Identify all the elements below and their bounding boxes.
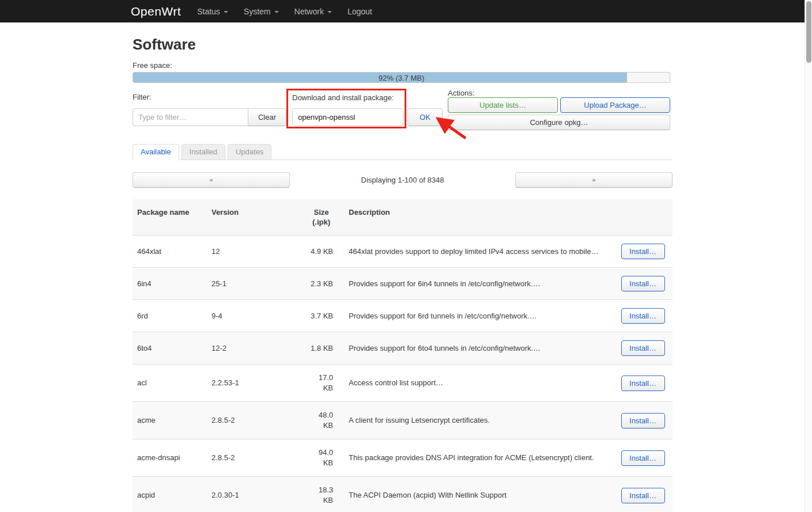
package-version: 25-1 — [207, 268, 305, 300]
package-version: 9-4 — [207, 300, 305, 332]
package-version: 2.8.5-2 — [207, 402, 305, 439]
nav-item-status[interactable]: Status — [197, 7, 228, 16]
package-version: 2.0.30-1 — [207, 477, 305, 512]
tab-updates[interactable]: Updates — [228, 144, 271, 160]
update-lists-button[interactable]: Update lists… — [448, 97, 558, 113]
chevron-down-icon — [224, 11, 228, 13]
package-size: 4.9 KB — [305, 236, 338, 268]
package-name: acpid — [133, 477, 207, 512]
table-row: acpid 2.0.30-1 18.3 KB The ACPI Daemon (… — [133, 477, 673, 512]
nav-item-logout[interactable]: Logout — [348, 7, 372, 16]
package-size: 17.0 KB — [305, 365, 338, 402]
header-description: Description — [338, 199, 618, 236]
install-button[interactable]: Install… — [621, 376, 665, 391]
package-name: acme — [133, 402, 207, 439]
pager: « Displaying 1-100 of 8348 » — [133, 172, 673, 188]
free-space-value: 92% (3.7 MB) — [133, 74, 670, 82]
package-description: Provides support for 6rd tunnels in /etc… — [338, 300, 618, 332]
download-package-input[interactable] — [292, 108, 403, 126]
table-row: acme 2.8.5-2 48.0 KB A client for issuin… — [133, 402, 673, 439]
nav-item-network[interactable]: Network — [294, 7, 332, 16]
header-size: Size(.ipk) — [305, 199, 338, 236]
table-row: acme-dnsapi 2.8.5-2 94.0 KB This package… — [133, 439, 673, 477]
table-row: 6to4 12-2 1.8 KB Provides support for 6t… — [133, 332, 673, 365]
package-name: acl — [133, 365, 207, 402]
package-tabs: Available Installed Updates — [133, 144, 673, 160]
package-version: 2.2.53-1 — [207, 365, 305, 402]
install-button[interactable]: Install… — [621, 308, 665, 324]
package-size: 2.3 KB — [305, 268, 338, 300]
package-version: 2.8.5-2 — [207, 439, 305, 477]
table-row: acl 2.2.53-1 17.0 KB Access control list… — [133, 365, 673, 402]
table-row: 6rd 9-4 3.7 KB Provides support for 6rd … — [133, 300, 673, 332]
tab-available[interactable]: Available — [133, 144, 179, 160]
nav-menu: Status System Network Logout — [197, 7, 388, 16]
package-description: Access control list support… — [338, 365, 618, 402]
free-space-progress-bar: 92% (3.7 MB) — [133, 72, 670, 83]
package-size: 94.0 KB — [305, 439, 338, 477]
actions-buttons: Update lists… Upload Package… — [448, 97, 670, 113]
chevron-down-icon — [274, 11, 279, 13]
page-title: Software — [133, 35, 673, 54]
install-button[interactable]: Install… — [621, 413, 665, 428]
filter-input[interactable] — [133, 108, 248, 126]
pager-status: Displaying 1-100 of 8348 — [361, 176, 444, 184]
package-name: acme-dnsapi — [133, 439, 207, 477]
package-table-body: 464xlat 12 4.9 KB 464xlat provides suppo… — [133, 236, 673, 512]
install-button[interactable]: Install… — [621, 450, 665, 466]
filter-group: Clear — [133, 108, 286, 126]
configure-opkg-button[interactable]: Configure opkg… — [448, 115, 670, 130]
controls-row: Filter: Clear Download and install packa… — [133, 85, 673, 143]
package-size: 48.0 KB — [305, 402, 338, 439]
package-description: A client for issuing Letsencrypt certifi… — [338, 402, 618, 439]
table-header-row: Package name Version Size(.ipk) Descript… — [133, 199, 673, 236]
package-version: 12-2 — [207, 332, 305, 365]
actions-label: Actions: — [448, 89, 474, 97]
software-page: OpenWrt Status System Network Logout Sof… — [0, 0, 812, 512]
table-row: 464xlat 12 4.9 KB 464xlat provides suppo… — [133, 236, 673, 268]
download-package-label: Download and install package: — [292, 93, 394, 102]
ok-button[interactable]: OK — [407, 108, 443, 126]
nav-item-system[interactable]: System — [244, 7, 279, 16]
package-table: Package name Version Size(.ipk) Descript… — [133, 199, 673, 512]
openwrt-logo[interactable]: OpenWrt — [131, 5, 181, 18]
free-space-label: Free space: — [133, 61, 673, 70]
header-actions — [618, 199, 673, 236]
package-name: 6to4 — [133, 332, 207, 365]
package-size: 1.8 KB — [305, 332, 338, 365]
package-version: 12 — [207, 236, 305, 268]
header-package-name: Package name — [133, 199, 207, 236]
clear-filter-button[interactable]: Clear — [248, 108, 286, 126]
install-button[interactable]: Install… — [621, 244, 665, 259]
package-name: 6in4 — [133, 268, 207, 300]
page-scrollbar — [805, 0, 812, 512]
scrollbar-thumb[interactable] — [806, 1, 811, 63]
upload-package-button[interactable]: Upload Package… — [560, 97, 670, 113]
prev-page-button[interactable]: « — [133, 172, 290, 188]
content-container: Software Free space: 92% (3.7 MB) Filter… — [133, 22, 673, 512]
header-version: Version — [207, 199, 305, 236]
package-description: This package provides DNS API integratio… — [338, 439, 618, 477]
table-row: 6in4 25-1 2.3 KB Provides support for 6i… — [133, 268, 673, 300]
package-description: Provides support for 6to4 tunnels in /et… — [338, 332, 618, 365]
install-button[interactable]: Install… — [621, 340, 665, 356]
filter-label: Filter: — [133, 93, 152, 101]
package-name: 6rd — [133, 300, 207, 332]
install-button[interactable]: Install… — [621, 488, 665, 503]
package-size: 3.7 KB — [305, 300, 338, 332]
next-page-button[interactable]: » — [515, 172, 673, 188]
package-description: The ACPI Daemon (acpid) With Netlink Sup… — [338, 477, 618, 512]
package-name: 464xlat — [133, 236, 207, 268]
tab-installed[interactable]: Installed — [182, 144, 225, 160]
top-navbar: OpenWrt Status System Network Logout — [0, 0, 805, 22]
package-size: 18.3 KB — [305, 477, 338, 512]
package-description: Provides support for 6in4 tunnels in /et… — [338, 268, 618, 300]
chevron-down-icon — [327, 11, 332, 13]
package-description: 464xlat provides support to deploy limit… — [338, 236, 618, 268]
install-button[interactable]: Install… — [621, 276, 665, 291]
